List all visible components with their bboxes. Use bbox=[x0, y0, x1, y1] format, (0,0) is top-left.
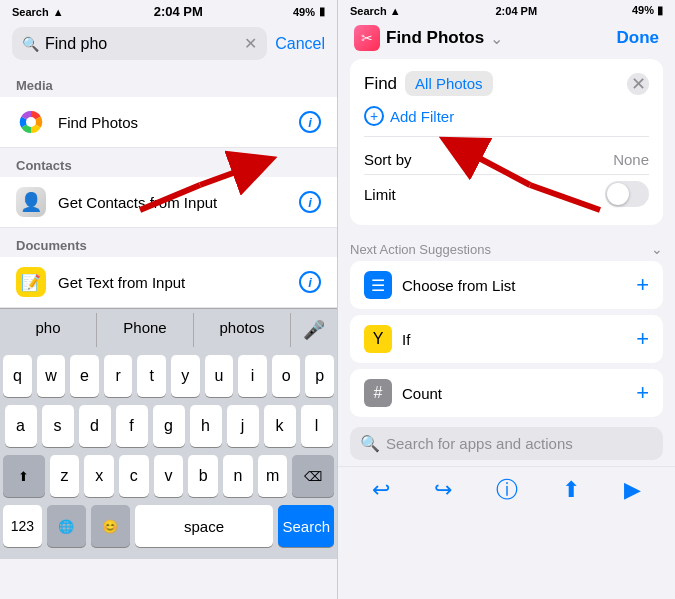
if-item[interactable]: Y If + bbox=[350, 315, 663, 363]
key-search[interactable]: Search bbox=[278, 505, 334, 547]
limit-row[interactable]: Limit bbox=[364, 175, 649, 213]
find-row: Find All Photos ✕ bbox=[364, 71, 649, 96]
shortcut-app-icon: ✂ bbox=[354, 25, 380, 51]
key-numbers[interactable]: 123 bbox=[3, 505, 42, 547]
shortcut-title: Find Photos bbox=[386, 28, 484, 48]
key-j[interactable]: j bbox=[227, 405, 259, 447]
key-p[interactable]: p bbox=[305, 355, 334, 397]
right-wifi-icon: ▲ bbox=[390, 5, 401, 17]
info-button[interactable]: ⓘ bbox=[496, 475, 518, 505]
choose-from-list-item[interactable]: ☰ Choose from List + bbox=[350, 261, 663, 309]
key-emoji[interactable]: 😊 bbox=[91, 505, 130, 547]
key-l[interactable]: l bbox=[301, 405, 333, 447]
suggestion-photos[interactable]: photos bbox=[194, 313, 291, 347]
back-button[interactable]: ↩ bbox=[372, 477, 390, 503]
count-item[interactable]: # Count + bbox=[350, 369, 663, 417]
next-actions-header: Next Action Suggestions ⌄ bbox=[338, 233, 675, 261]
if-icon: Y bbox=[364, 325, 392, 353]
done-button[interactable]: Done bbox=[617, 28, 660, 48]
key-n[interactable]: n bbox=[223, 455, 253, 497]
keyboard-suggestions-row: pho Phone photos 🎤 bbox=[0, 308, 337, 351]
keyboard-row-2: a s d f g h j k l bbox=[3, 405, 334, 447]
key-e[interactable]: e bbox=[70, 355, 99, 397]
get-text-label: Get Text from Input bbox=[58, 274, 287, 291]
get-contacts-info-button[interactable]: i bbox=[299, 191, 321, 213]
key-c[interactable]: c bbox=[119, 455, 149, 497]
key-b[interactable]: b bbox=[188, 455, 218, 497]
toggle-thumb bbox=[607, 183, 629, 205]
key-space[interactable]: space bbox=[135, 505, 274, 547]
key-w[interactable]: w bbox=[37, 355, 66, 397]
sort-by-value: None bbox=[613, 151, 649, 168]
key-k[interactable]: k bbox=[264, 405, 296, 447]
get-text-info-button[interactable]: i bbox=[299, 271, 321, 293]
right-battery-text: 49% bbox=[632, 4, 654, 16]
key-x[interactable]: x bbox=[84, 455, 114, 497]
key-v[interactable]: v bbox=[154, 455, 184, 497]
chevron-down-icon[interactable]: ⌄ bbox=[651, 241, 663, 257]
key-g[interactable]: g bbox=[153, 405, 185, 447]
key-globe[interactable]: 🌐 bbox=[47, 505, 86, 547]
key-d[interactable]: d bbox=[79, 405, 111, 447]
key-h[interactable]: h bbox=[190, 405, 222, 447]
key-delete[interactable]: ⌫ bbox=[292, 455, 334, 497]
limit-toggle[interactable] bbox=[605, 181, 649, 207]
key-u[interactable]: u bbox=[205, 355, 234, 397]
key-r[interactable]: r bbox=[104, 355, 133, 397]
left-time: 2:04 PM bbox=[154, 4, 203, 19]
if-add-button[interactable]: + bbox=[636, 326, 649, 352]
get-contacts-label: Get Contacts from Input bbox=[58, 194, 287, 211]
key-shift[interactable]: ⬆ bbox=[3, 455, 45, 497]
find-photos-info-button[interactable]: i bbox=[299, 111, 321, 133]
suggestion-pho[interactable]: pho bbox=[0, 313, 97, 347]
key-f[interactable]: f bbox=[116, 405, 148, 447]
shortcut-dropdown-icon[interactable]: ⌄ bbox=[490, 29, 503, 48]
clear-button[interactable]: ✕ bbox=[244, 34, 257, 53]
search-bar-row: 🔍 Find pho ✕ Cancel bbox=[0, 21, 337, 68]
key-y[interactable]: y bbox=[171, 355, 200, 397]
search-box[interactable]: 🔍 Find pho ✕ bbox=[12, 27, 267, 60]
keyboard-row-1: q w e r t y u i o p bbox=[3, 355, 334, 397]
get-text-item[interactable]: 📝 Get Text from Input i bbox=[0, 257, 337, 308]
all-photos-pill[interactable]: All Photos bbox=[405, 71, 493, 96]
key-s[interactable]: s bbox=[42, 405, 74, 447]
limit-label: Limit bbox=[364, 186, 396, 203]
plus-circle-icon: + bbox=[364, 106, 384, 126]
svg-point-1 bbox=[26, 117, 36, 127]
key-i[interactable]: i bbox=[238, 355, 267, 397]
key-o[interactable]: o bbox=[272, 355, 301, 397]
choose-list-label: Choose from List bbox=[402, 277, 626, 294]
dismiss-button[interactable]: ✕ bbox=[627, 73, 649, 95]
search-icon: 🔍 bbox=[22, 36, 39, 52]
play-button[interactable]: ▶ bbox=[624, 477, 641, 503]
key-m[interactable]: m bbox=[258, 455, 288, 497]
search-text[interactable]: Find pho bbox=[45, 35, 238, 53]
share-button[interactable]: ⬆ bbox=[562, 477, 580, 503]
contacts-icon: 👤 bbox=[16, 187, 46, 217]
add-filter-label: Add Filter bbox=[390, 108, 454, 125]
photos-icon bbox=[16, 107, 46, 137]
add-filter-button[interactable]: + Add Filter bbox=[364, 106, 649, 137]
keyboard-row-3: ⬆ z x c v b n m ⌫ bbox=[3, 455, 334, 497]
bottom-toolbar: ↩ ↪ ⓘ ⬆ ▶ bbox=[338, 466, 675, 517]
cancel-button[interactable]: Cancel bbox=[275, 35, 325, 53]
keyboard: q w e r t y u i o p a s d f g h j k l ⬆ … bbox=[0, 351, 337, 559]
find-photos-label: Find Photos bbox=[58, 114, 287, 131]
find-photos-item[interactable]: Find Photos i bbox=[0, 97, 337, 148]
forward-button[interactable]: ↪ bbox=[434, 477, 452, 503]
left-battery: 49% ▮ bbox=[293, 5, 325, 18]
left-signal: Search ▲ bbox=[12, 6, 64, 18]
key-q[interactable]: q bbox=[3, 355, 32, 397]
mic-button[interactable]: 🎤 bbox=[291, 313, 337, 347]
count-add-button[interactable]: + bbox=[636, 380, 649, 406]
key-z[interactable]: z bbox=[50, 455, 80, 497]
key-a[interactable]: a bbox=[5, 405, 37, 447]
choose-list-add-button[interactable]: + bbox=[636, 272, 649, 298]
notes-icon: 📝 bbox=[16, 267, 46, 297]
right-search-bar[interactable]: 🔍 Search for apps and actions bbox=[350, 427, 663, 460]
shortcut-header: ✂ Find Photos ⌄ Done bbox=[338, 19, 675, 59]
get-contacts-item[interactable]: 👤 Get Contacts from Input i bbox=[0, 177, 337, 228]
suggestion-phone[interactable]: Phone bbox=[97, 313, 194, 347]
key-t[interactable]: t bbox=[137, 355, 166, 397]
sort-by-row[interactable]: Sort by None bbox=[364, 145, 649, 175]
